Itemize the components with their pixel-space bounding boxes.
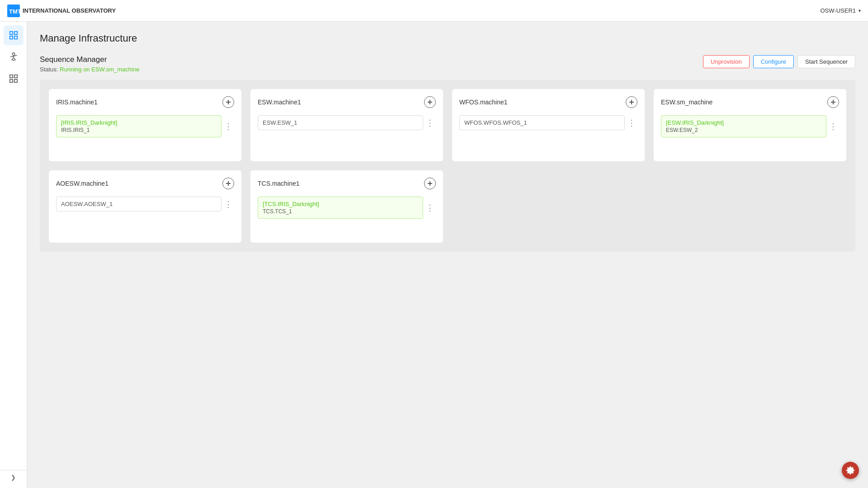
machine-name: AOESW.machine1 — [56, 180, 108, 187]
machine-card-header: TCS.machine1 — [258, 178, 436, 189]
sequencer-box[interactable]: [TCS.IRIS_Darknight]TCS.TCS_1 — [258, 197, 423, 219]
sequencer-id: ESW.ESW_2 — [666, 127, 821, 133]
sequencer-script-name: [IRIS.IRIS_Darknight] — [61, 119, 217, 126]
machine-name: ESW.machine1 — [258, 99, 301, 106]
sequencer-script-name: [TCS.IRIS_Darknight] — [263, 201, 418, 207]
machine-grid: IRIS.machine1[IRIS.IRIS_Darknight]IRIS.I… — [40, 80, 855, 252]
sequencer-plain-name: ESW.ESW_1 — [263, 119, 418, 126]
sequencer-script-name: [ESW.IRIS_Darknight] — [666, 119, 821, 126]
svg-rect-5 — [14, 36, 17, 39]
gear-button[interactable] — [842, 462, 859, 479]
machine-name: IRIS.machine1 — [56, 99, 98, 106]
chevron-down-icon: ▾ — [859, 8, 861, 13]
sequencer-item: ESW.ESW_1⋮ — [258, 115, 436, 130]
main-content: Manage Infrastructure Sequence Manager S… — [27, 22, 868, 488]
seq-manager-actions: Unprovision Configure Start Sequencer — [703, 55, 855, 68]
machine-card-aoesw-machine1: AOESW.machine1AOESW.AOESW_1⋮ — [49, 170, 241, 243]
sequencer-box[interactable]: [IRIS.IRIS_Darknight]IRIS.IRIS_1 — [56, 115, 222, 137]
sequencer-plain-name: AOESW.AOESW_1 — [61, 201, 217, 207]
sequencer-box[interactable]: AOESW.AOESW_1 — [56, 197, 222, 211]
machine-name: ESW.sm_machine — [661, 99, 712, 106]
sequencer-more-button[interactable]: ⋮ — [423, 197, 436, 219]
svg-rect-4 — [9, 36, 12, 39]
tmt-logo-icon: TMT — [7, 5, 20, 17]
svg-rect-13 — [14, 75, 17, 78]
add-sequencer-button[interactable] — [424, 96, 436, 108]
sequencer-item: [TCS.IRIS_Darknight]TCS.TCS_1⋮ — [258, 197, 436, 219]
configure-button[interactable]: Configure — [753, 55, 794, 68]
machine-card-tcs-machine1: TCS.machine1[TCS.IRIS_Darknight]TCS.TCS_… — [250, 170, 443, 243]
sequencer-plain-name: WFOS.WFOS.WFOS_1 — [464, 119, 620, 126]
add-sequencer-button[interactable] — [222, 96, 234, 108]
machine-name: WFOS.machine1 — [459, 99, 508, 106]
sidebar-item-grid[interactable] — [4, 69, 24, 89]
svg-rect-2 — [9, 32, 12, 34]
machine-card-header: WFOS.machine1 — [459, 96, 637, 108]
svg-rect-14 — [9, 80, 12, 82]
sequencer-box[interactable]: WFOS.WFOS.WFOS_1 — [459, 115, 625, 130]
header-left: TMT INTERNATIONAL OBSERVATORY — [7, 5, 116, 17]
machine-card-esw-sm-machine: ESW.sm_machine[ESW.IRIS_Darknight]ESW.ES… — [654, 89, 846, 161]
username-label: OSW-USER1 — [821, 7, 856, 14]
page-title: Manage Infrastructure — [40, 33, 855, 44]
seq-manager-info: Sequence Manager Status: Running on ESW.… — [40, 55, 139, 73]
sidebar-item-dashboard[interactable] — [4, 25, 24, 45]
machine-name: TCS.machine1 — [258, 180, 300, 187]
unprovision-button[interactable]: Unprovision — [703, 55, 750, 68]
sequencer-more-button[interactable]: ⋮ — [222, 197, 234, 211]
machine-card-esw-machine1: ESW.machine1ESW.ESW_1⋮ — [250, 89, 443, 161]
machine-card-iris-machine1: IRIS.machine1[IRIS.IRIS_Darknight]IRIS.I… — [49, 89, 241, 161]
status-label: Status: — [40, 66, 58, 73]
start-sequencer-button[interactable]: Start Sequencer — [797, 55, 855, 68]
add-sequencer-button[interactable] — [424, 178, 436, 189]
svg-rect-15 — [14, 80, 17, 82]
expand-icon: ❯ — [11, 474, 16, 481]
seq-manager-title: Sequence Manager — [40, 55, 139, 64]
add-sequencer-button[interactable] — [626, 96, 637, 108]
sequencer-box[interactable]: [ESW.IRIS_Darknight]ESW.ESW_2 — [661, 115, 826, 137]
svg-rect-3 — [14, 32, 17, 34]
user-menu[interactable]: OSW-USER1 ▾ — [821, 7, 861, 14]
observatory-title: INTERNATIONAL OBSERVATORY — [23, 7, 116, 14]
sequencer-item: [ESW.IRIS_Darknight]ESW.ESW_2⋮ — [661, 115, 839, 137]
sequencer-more-button[interactable]: ⋮ — [625, 115, 637, 130]
machine-card-header: AOESW.machine1 — [56, 178, 234, 189]
sequencer-more-button[interactable]: ⋮ — [826, 115, 839, 137]
svg-line-8 — [11, 58, 14, 60]
gear-icon — [846, 466, 855, 475]
machine-card-header: ESW.sm_machine — [661, 96, 839, 108]
sequence-manager-section: Sequence Manager Status: Running on ESW.… — [40, 55, 855, 73]
machine-card-header: ESW.machine1 — [258, 96, 436, 108]
grid-icon — [9, 74, 19, 84]
svg-rect-12 — [9, 75, 12, 78]
svg-point-6 — [12, 53, 15, 56]
add-sequencer-button[interactable] — [222, 178, 234, 189]
sequencer-item: WFOS.WFOS.WFOS_1⋮ — [459, 115, 637, 130]
dashboard-icon — [9, 30, 19, 40]
sequencer-box[interactable]: ESW.ESW_1 — [258, 115, 423, 130]
app-header: TMT INTERNATIONAL OBSERVATORY OSW-USER1 … — [0, 0, 868, 22]
sidebar: ❯ — [0, 22, 27, 488]
sidebar-expand-btn[interactable]: ❯ — [0, 470, 27, 484]
seq-manager-status: Status: Running on ESW.sm_machine — [40, 66, 139, 73]
sequencer-id: IRIS.IRIS_1 — [61, 127, 217, 133]
machine-card-wfos-machine1: WFOS.machine1WFOS.WFOS.WFOS_1⋮ — [452, 89, 645, 161]
status-value: Running on ESW.sm_machine — [60, 66, 139, 73]
sequencer-more-button[interactable]: ⋮ — [222, 115, 234, 137]
machine-card-header: IRIS.machine1 — [56, 96, 234, 108]
sequencer-more-button[interactable]: ⋮ — [423, 115, 436, 130]
add-sequencer-button[interactable] — [827, 96, 839, 108]
sequencer-item: [IRIS.IRIS_Darknight]IRIS.IRIS_1⋮ — [56, 115, 234, 137]
sidebar-item-telescope[interactable] — [4, 47, 24, 67]
svg-line-9 — [14, 58, 16, 60]
telescope-icon — [9, 52, 19, 62]
sequencer-item: AOESW.AOESW_1⋮ — [56, 197, 234, 211]
logo: TMT INTERNATIONAL OBSERVATORY — [7, 5, 116, 17]
sequencer-id: TCS.TCS_1 — [263, 208, 418, 215]
svg-text:TMT: TMT — [9, 8, 20, 15]
